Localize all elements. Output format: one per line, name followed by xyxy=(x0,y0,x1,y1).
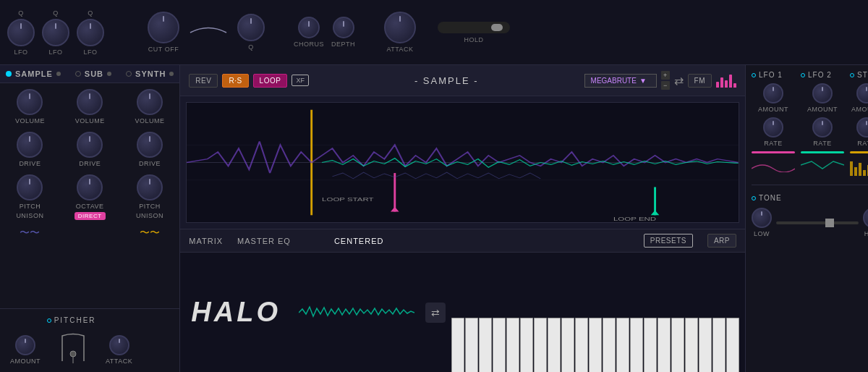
tone-slider-thumb[interactable] xyxy=(825,219,834,227)
tone-slider[interactable] xyxy=(776,221,859,224)
piano-key-a[interactable] xyxy=(520,318,533,372)
step-rate-knob[interactable] xyxy=(856,117,868,138)
piano-key-c2[interactable] xyxy=(548,318,561,372)
piano-key-g3[interactable] xyxy=(699,318,712,372)
tone-high-group: HIGH xyxy=(863,208,868,237)
shuffle-icon[interactable]: ⇄ xyxy=(674,74,684,88)
volume-label-synth: VOLUME xyxy=(135,117,164,124)
knob-cutoff[interactable] xyxy=(148,12,179,43)
synth-column: VOLUME DRIVE PITCH UNISON 〜〜 xyxy=(120,83,180,308)
step-amount-knob[interactable] xyxy=(856,83,868,103)
piano-key-a2[interactable] xyxy=(616,318,629,372)
piano-key-c3[interactable] xyxy=(644,318,657,372)
drive-knob-synth[interactable] xyxy=(137,132,163,158)
plus-minus-control[interactable]: + − xyxy=(661,71,670,90)
pitcher-attack-knob[interactable] xyxy=(109,335,129,355)
volume-knob-group-sub: VOLUME xyxy=(75,89,105,124)
pitch-knob-group-synth: PITCH UNISON xyxy=(136,174,163,219)
octave-knob-sub[interactable] xyxy=(77,174,103,200)
rev-button[interactable]: REV xyxy=(189,74,218,88)
svg-text:LOOP END: LOOP END xyxy=(613,216,656,222)
piano-key-g2[interactable] xyxy=(603,318,616,372)
piano-key-d[interactable] xyxy=(465,318,478,372)
plus-button[interactable]: + xyxy=(661,71,670,80)
knob-group-chorus: CHORUS xyxy=(294,17,324,48)
drive-knob-group-sample: DRIVE xyxy=(17,132,43,167)
bars-icon xyxy=(716,73,736,88)
volume-knob-sub[interactable] xyxy=(77,89,103,115)
piano-key-b3[interactable] xyxy=(726,318,739,372)
master-eq-button[interactable]: MASTER EQ xyxy=(237,237,291,245)
pitcher-amount-knob[interactable] xyxy=(15,335,35,355)
xf-button[interactable]: XF xyxy=(292,75,309,86)
piano-keys-container xyxy=(446,253,745,372)
centered-button[interactable]: CENTERED xyxy=(334,237,384,245)
drive-knob-sample[interactable] xyxy=(17,132,43,158)
hold-slider[interactable] xyxy=(438,22,510,33)
knob-depth[interactable] xyxy=(333,17,354,38)
pitch-knob-sample[interactable] xyxy=(17,174,43,200)
piano-key-e2[interactable] xyxy=(575,318,588,372)
tab-sample[interactable]: SAMPLE xyxy=(6,69,61,78)
pitch-knob-synth[interactable] xyxy=(137,174,163,200)
rs-button[interactable]: R·S xyxy=(222,74,248,88)
tone-title-row: TONE xyxy=(752,194,868,202)
knob-attack[interactable] xyxy=(384,12,416,43)
piano-key-e3[interactable] xyxy=(671,318,684,372)
knob-q2[interactable] xyxy=(42,19,69,46)
tone-indicator xyxy=(752,196,756,200)
lfo2-rate-knob[interactable] xyxy=(812,117,833,138)
drive-knob-sub[interactable] xyxy=(77,132,103,158)
tab-label-sample: SAMPLE xyxy=(15,69,53,78)
preset-dropdown[interactable]: MEGABRUTE ▼ xyxy=(584,74,657,88)
knob-sublabel-lfo3: LFO xyxy=(83,48,97,56)
lfo2-rate-label: RATE xyxy=(813,140,831,147)
waveform-area[interactable]: LOOP START LOOP END xyxy=(186,102,739,223)
piano-area: HALO ⇄ xyxy=(180,252,745,372)
piano-key-g[interactable] xyxy=(506,318,519,372)
filter-curve xyxy=(187,22,230,36)
arp-button[interactable]: ARP xyxy=(707,234,736,248)
wavy-sample: 〜〜 xyxy=(20,227,40,240)
lfo1-rate-group: RATE xyxy=(763,117,783,147)
knob-chorus[interactable] xyxy=(298,17,320,38)
knob-q1[interactable] xyxy=(7,19,35,46)
piano-key-b2[interactable] xyxy=(630,318,643,372)
lfo1-rate-knob[interactable] xyxy=(763,117,783,138)
tone-low-knob[interactable] xyxy=(752,208,772,228)
presets-button[interactable]: PRESETS xyxy=(644,234,693,248)
shuffle-button[interactable]: ⇄ xyxy=(425,303,446,323)
lfo2-amount-label: AMOUNT xyxy=(807,106,838,113)
minus-button[interactable]: − xyxy=(661,81,670,90)
step-line xyxy=(850,151,868,153)
knob-label-q3: Q xyxy=(88,9,93,17)
piano-key-b[interactable] xyxy=(534,318,547,372)
piano-key-f[interactable] xyxy=(493,318,506,372)
piano-key-f2[interactable] xyxy=(589,318,602,372)
svg-point-1 xyxy=(70,351,76,357)
knob-q4[interactable] xyxy=(237,14,265,41)
pitcher-shape xyxy=(55,329,91,365)
piano-key-d2[interactable] xyxy=(561,318,574,372)
tone-low-group: LOW xyxy=(752,208,772,237)
tab-sub[interactable]: SUB xyxy=(75,69,111,78)
unison-label-synth: UNISON xyxy=(136,212,163,219)
volume-knob-synth[interactable] xyxy=(137,89,163,115)
tab-synth[interactable]: SYNTH xyxy=(126,69,174,78)
lfo2-amount-knob[interactable] xyxy=(812,83,833,103)
knob-q3[interactable] xyxy=(77,19,104,46)
volume-knob-sample[interactable] xyxy=(17,89,43,115)
sample-controls-left: REV R·S LOOP XF xyxy=(189,74,309,88)
bottom-toolbar: MATRIX MASTER EQ CENTERED PRESETS ARP xyxy=(180,229,745,252)
piano-key-f3[interactable] xyxy=(685,318,698,372)
piano-key-d3[interactable] xyxy=(658,318,671,372)
fm-button[interactable]: FM xyxy=(688,74,712,88)
piano-key-a3[interactable] xyxy=(712,318,726,372)
lfo1-amount-knob[interactable] xyxy=(763,83,783,103)
lfo1-title-row: LFO 1 xyxy=(752,71,795,79)
loop-button[interactable]: LOOP xyxy=(253,74,288,88)
matrix-button[interactable]: MATRIX xyxy=(189,237,223,245)
piano-key-c[interactable] xyxy=(451,318,464,372)
piano-key-e[interactable] xyxy=(479,318,492,372)
tone-high-knob[interactable] xyxy=(863,208,868,228)
